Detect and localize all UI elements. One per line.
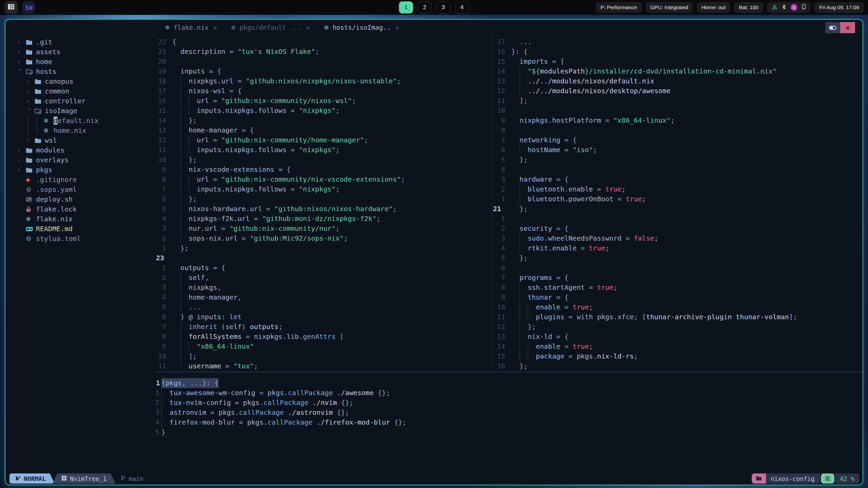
code-line[interactable]: 10 ▏ ]; bbox=[155, 351, 492, 361]
code-line[interactable]: 8 ▏ ssh.startAgent = true; bbox=[492, 283, 863, 292]
code-line[interactable]: 1▏ tux-awesome-wm-config = pkgs.callPack… bbox=[155, 388, 863, 398]
screenshot-scissors-icon[interactable] bbox=[772, 4, 777, 11]
code-line[interactable]: 4 ▏ nixpkgs-f2k.url = "github:moni-dz/ni… bbox=[155, 214, 492, 224]
code-line[interactable]: 7 networking = { bbox=[492, 135, 863, 145]
tab-hosts-isoimage[interactable]: ❄ hosts/isoImag.. × bbox=[318, 20, 407, 35]
code-line[interactable]: 13 ▏ nix-ld = { bbox=[492, 332, 863, 342]
code-line[interactable]: 10 ▏ ▏ enable = true; bbox=[492, 302, 863, 312]
code-line[interactable]: 16}: { bbox=[492, 47, 863, 57]
code-line[interactable]: 9 ▏ ▏ "x86_64-linux" bbox=[155, 342, 492, 351]
code-line[interactable]: 2 ▏ bluetooth.enable = true; bbox=[492, 184, 863, 194]
tree-item-assets[interactable]: ›assets bbox=[5, 47, 155, 57]
code-line[interactable]: 4 ▏ rtkit.enable = true; bbox=[492, 243, 863, 253]
code-line[interactable]: 21 description = "tux's NixOS Flake"; bbox=[155, 47, 492, 57]
code-line[interactable]: 13 ▏ home-manager = { bbox=[155, 125, 492, 135]
code-line[interactable]: 8 bbox=[492, 125, 863, 135]
tree-item--git[interactable]: ›.git bbox=[5, 37, 155, 47]
chevron-right-icon[interactable]: › bbox=[26, 136, 35, 145]
tree-item-modules[interactable]: ›modules bbox=[5, 145, 155, 155]
chevron-right-icon[interactable]: › bbox=[26, 96, 35, 106]
tree-item-canopus[interactable]: ›canopus bbox=[5, 77, 155, 86]
tree-item-home[interactable]: ›home bbox=[5, 57, 155, 67]
chevron-down-icon[interactable]: › bbox=[16, 68, 25, 77]
chevron-right-icon[interactable]: › bbox=[17, 57, 26, 67]
code-line[interactable]: 4▏ firefox-mod-blur = pkgs.callPackage .… bbox=[155, 418, 863, 427]
tree-item-wsl[interactable]: ›wsl bbox=[5, 136, 155, 145]
code-line[interactable]: 2 ▏ self, bbox=[155, 273, 492, 283]
clock[interactable]: Fri Aug 09, 17:09 bbox=[814, 2, 864, 13]
tree-item-overlays[interactable]: ›overlays bbox=[5, 155, 155, 165]
code-line[interactable]: 3▏ astronvim = pkgs.callPackage ./astron… bbox=[155, 408, 863, 418]
code-line[interactable]: 1 }; bbox=[155, 243, 492, 253]
tree-item-flake-nix[interactable]: ❄flake.nix bbox=[5, 214, 155, 224]
code-line[interactable]: 20 bbox=[155, 57, 492, 66]
code-line[interactable]: 22{ bbox=[155, 37, 492, 47]
code-line[interactable]: 2▏ tux-nvim-config = pkgs.callPackage ./… bbox=[155, 398, 863, 408]
code-line[interactable]: 6 bbox=[492, 263, 863, 273]
code-line[interactable]: 18 ▏ nixpkgs.url = "github:nixos/nixpkgs… bbox=[155, 76, 492, 86]
window-close-button[interactable]: × bbox=[840, 22, 855, 33]
code-line[interactable]: 19 inputs = { bbox=[155, 66, 492, 76]
code-line[interactable]: 21 }; bbox=[492, 204, 863, 214]
flame-icon[interactable] bbox=[791, 4, 797, 11]
home-status-indicator[interactable]: Home: out bbox=[697, 2, 731, 13]
chevron-right-icon[interactable]: › bbox=[26, 86, 35, 96]
tree-item-home-nix[interactable]: │└❄home.nix bbox=[5, 126, 155, 136]
phone-icon[interactable] bbox=[802, 4, 806, 11]
code-line[interactable]: 11 ▏ ▏ inputs.nixpkgs.follows = "nixpkgs… bbox=[155, 145, 492, 155]
workspace-3-button[interactable]: 3 bbox=[436, 1, 451, 14]
chevron-right-icon[interactable]: › bbox=[17, 47, 26, 57]
panel-toggle-button[interactable] bbox=[825, 22, 840, 33]
code-line[interactable]: 1 ▏ bluetooth.powerOnBoot = true; bbox=[492, 194, 863, 204]
code-line[interactable]: 3 ▏ nixpkgs, bbox=[155, 283, 492, 292]
tree-item-stylua-toml[interactable]: ⚙stylua.toml bbox=[5, 234, 155, 244]
tree-item--sops-yaml[interactable]: ⚙.sops.yaml bbox=[5, 185, 155, 195]
chevron-right-icon[interactable]: › bbox=[17, 145, 26, 155]
code-line[interactable]: 12 ▏ ../../modules/nixos/desktop/awesome bbox=[492, 86, 863, 96]
tree-item-hosts[interactable]: ›hosts bbox=[5, 67, 155, 77]
code-line[interactable]: 7 ▏ inherit (self) outputs; bbox=[155, 322, 492, 332]
code-line[interactable]: 3 ▏ nur.url = "github:nix-community/nur"… bbox=[155, 224, 492, 233]
code-line[interactable]: 7 ▏ ▏ inputs.nixpkgs.follows = "nixpkgs"… bbox=[155, 184, 492, 194]
tab-close-icon[interactable]: × bbox=[394, 24, 400, 31]
code-line[interactable]: 8 ▏ forAllSystems = nixpkgs.lib.genAttrs… bbox=[155, 332, 492, 342]
code-line[interactable]: 7 programs = { bbox=[492, 273, 863, 283]
code-line[interactable]: 5} bbox=[155, 427, 863, 437]
code-line[interactable]: 2 ▏ sops-nix.url = "github:Mic92/sops-ni… bbox=[155, 233, 492, 243]
tab-flake-nix[interactable]: ❄ flake.nix × bbox=[159, 20, 224, 35]
tree-item--gitignore[interactable]: ◆.gitignore bbox=[5, 175, 155, 185]
tree-item-flake-lock[interactable]: flake.lock bbox=[5, 204, 155, 214]
tab-close-icon[interactable]: × bbox=[212, 24, 218, 31]
code-line[interactable]: 12 ▏ }; bbox=[492, 322, 863, 332]
code-line[interactable]: 23 bbox=[155, 253, 492, 263]
tree-item-pkgs[interactable]: ›pkgs bbox=[5, 165, 155, 175]
code-line[interactable]: 6 ▏ }; bbox=[155, 194, 492, 204]
code-line[interactable]: 9 nixpkgs.hostPlatform = "x86_64-linux"; bbox=[492, 116, 863, 125]
code-line[interactable]: 1{pkgs, ...}: { bbox=[155, 378, 863, 388]
git-branch-segment[interactable]: main bbox=[115, 473, 149, 484]
code-line[interactable]: 10 bbox=[492, 106, 863, 116]
code-line[interactable]: 14 ▏ }; bbox=[155, 116, 492, 125]
code-line[interactable]: 12 ▏ ▏ url = "github:nix-community/home-… bbox=[155, 135, 492, 145]
code-line[interactable]: 4 ▏ home-manager, bbox=[155, 292, 492, 302]
tab-pkgs-default[interactable]: ❄ pkgs/default ... × bbox=[224, 20, 317, 35]
code-line[interactable]: 9 ▏ thunar = { bbox=[492, 292, 863, 302]
code-line[interactable]: 14 ▏ ▏ enable = true; bbox=[492, 342, 863, 351]
tree-item-isoimage[interactable]: ›isoImage bbox=[5, 106, 155, 116]
code-line[interactable]: 6 ▏ hostName = "iso"; bbox=[492, 145, 863, 155]
code-line[interactable]: 5 }; bbox=[492, 253, 863, 263]
tab-close-icon[interactable]: × bbox=[305, 24, 311, 31]
code-line[interactable]: 14 ▏ "${modulesPath}/installer/cd-dvd/in… bbox=[492, 66, 863, 76]
code-line[interactable]: 15 imports = [ bbox=[492, 57, 863, 66]
tree-item-readme-md[interactable]: README.md bbox=[5, 224, 155, 234]
chevron-right-icon[interactable]: › bbox=[17, 165, 26, 175]
code-line[interactable]: 5 }; bbox=[492, 155, 863, 165]
gpu-indicator[interactable]: GPU: Integrated bbox=[646, 2, 693, 13]
chevron-right-icon[interactable]: › bbox=[26, 77, 35, 86]
chevron-right-icon[interactable]: › bbox=[17, 37, 26, 47]
chevron-down-icon[interactable]: › bbox=[24, 107, 34, 116]
code-line[interactable]: 1 outputs = { bbox=[155, 263, 492, 273]
code-line[interactable]: 5 ▏ ... bbox=[155, 302, 492, 312]
code-line[interactable]: 8 ▏ ▏ url = "github:nix-community/nix-vs… bbox=[155, 175, 492, 184]
app-launcher-button[interactable] bbox=[5, 1, 18, 14]
